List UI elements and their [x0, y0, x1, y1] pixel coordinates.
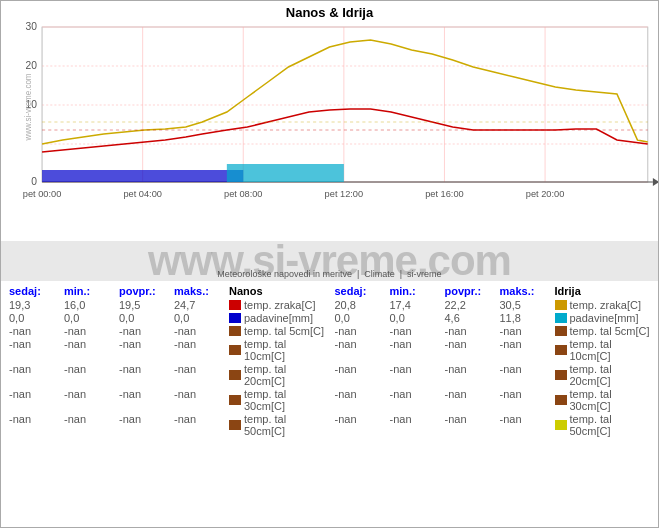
label-col: temp. tal 10cm[C] — [229, 338, 325, 362]
table-row: -nan -nan -nan -nan temp. tal 20cm[C] — [9, 363, 325, 387]
table-row: -nan -nan -nan -nan temp. tal 30cm[C] — [9, 388, 325, 412]
sedaj-val: 20,8 — [335, 299, 390, 311]
sedaj-val: -nan — [335, 363, 390, 387]
label-col: temp. tal 30cm[C] — [555, 388, 651, 412]
color-indicator — [229, 420, 241, 430]
maks-val: 24,7 — [174, 299, 229, 311]
povpr-val: -nan — [119, 325, 174, 337]
row-label: temp. tal 5cm[C] — [570, 325, 650, 337]
chart-title: Nanos & Idrija — [1, 1, 658, 22]
table-row: -nan -nan -nan -nan temp. tal 5cm[C] — [335, 325, 651, 337]
idrija-col-sedaj: sedaj: — [335, 285, 390, 297]
color-indicator — [229, 345, 241, 355]
svg-text:pet 08:00: pet 08:00 — [224, 189, 262, 199]
sedaj-val: -nan — [335, 388, 390, 412]
min-val: -nan — [390, 413, 445, 437]
table-row: -nan -nan -nan -nan temp. tal 30cm[C] — [335, 388, 651, 412]
svg-rect-26 — [227, 164, 344, 182]
col-min: min.: — [64, 285, 119, 297]
color-indicator — [229, 300, 241, 310]
color-indicator — [229, 313, 241, 323]
min-val: -nan — [390, 325, 445, 337]
svg-marker-24 — [653, 178, 658, 186]
min-val: 17,4 — [390, 299, 445, 311]
chart-svg: 30 20 10 0 pet 00:00 pet 04:00 pet 08:00… — [1, 22, 658, 217]
data-section: sedaj: min.: povpr.: maks.: Nanos 19,3 1… — [1, 281, 658, 527]
label-col: padavine[mm] — [229, 312, 325, 324]
svg-rect-25 — [42, 170, 243, 182]
maks-val: 30,5 — [500, 299, 555, 311]
color-indicator — [555, 345, 567, 355]
povpr-val: -nan — [119, 413, 174, 437]
chart-title-nanos: Nanos — [286, 5, 326, 20]
idrija-block: sedaj: min.: povpr.: maks.: Idrija 20,8 … — [335, 285, 651, 523]
col-povpr: povpr.: — [119, 285, 174, 297]
label-col: temp. tal 5cm[C] — [229, 325, 325, 337]
min-val: -nan — [64, 325, 119, 337]
label-col: temp. tal 50cm[C] — [229, 413, 325, 437]
min-val: -nan — [390, 363, 445, 387]
maks-val: -nan — [500, 338, 555, 362]
svg-text:pet 16:00: pet 16:00 — [425, 189, 463, 199]
sedaj-val: -nan — [9, 325, 64, 337]
row-label: temp. tal 20cm[C] — [570, 363, 651, 387]
povpr-val: 22,2 — [445, 299, 500, 311]
row-label: padavine[mm] — [570, 312, 639, 324]
min-val: -nan — [390, 338, 445, 362]
maks-val: -nan — [174, 363, 229, 387]
sedaj-val: 0,0 — [9, 312, 64, 324]
povpr-val: 19,5 — [119, 299, 174, 311]
idrija-col-maks: maks.: — [500, 285, 555, 297]
label-col: temp. tal 20cm[C] — [555, 363, 651, 387]
table-row: 19,3 16,0 19,5 24,7 temp. zraka[C] — [9, 299, 325, 311]
row-label: temp. tal 10cm[C] — [244, 338, 325, 362]
row-label: temp. tal 30cm[C] — [570, 388, 651, 412]
color-indicator — [555, 313, 567, 323]
label-col: padavine[mm] — [555, 312, 651, 324]
row-label: temp. tal 50cm[C] — [244, 413, 325, 437]
sedaj-val: -nan — [9, 363, 64, 387]
maks-val: 11,8 — [500, 312, 555, 324]
povpr-val: -nan — [445, 388, 500, 412]
povpr-val: 0,0 — [119, 312, 174, 324]
row-label: temp. tal 5cm[C] — [244, 325, 324, 337]
label-col: temp. tal 50cm[C] — [555, 413, 651, 437]
maks-val: -nan — [500, 325, 555, 337]
sedaj-val: -nan — [335, 325, 390, 337]
sedaj-val: -nan — [9, 338, 64, 362]
maks-val: -nan — [500, 363, 555, 387]
row-label: temp. tal 20cm[C] — [244, 363, 325, 387]
sedaj-val: -nan — [9, 388, 64, 412]
min-val: 0,0 — [64, 312, 119, 324]
table-row: -nan -nan -nan -nan temp. tal 10cm[C] — [335, 338, 651, 362]
table-row: -nan -nan -nan -nan temp. tal 50cm[C] — [9, 413, 325, 437]
maks-val: -nan — [500, 413, 555, 437]
min-val: 0,0 — [390, 312, 445, 324]
min-val: 16,0 — [64, 299, 119, 311]
idrija-rows: 20,8 17,4 22,2 30,5 temp. zraka[C] 0,0 0… — [335, 299, 651, 437]
nanos-block: sedaj: min.: povpr.: maks.: Nanos 19,3 1… — [9, 285, 325, 523]
label-col: temp. tal 10cm[C] — [555, 338, 651, 362]
label-col: temp. tal 20cm[C] — [229, 363, 325, 387]
table-row: -nan -nan -nan -nan temp. tal 5cm[C] — [9, 325, 325, 337]
svg-text:www.si-vreme.com: www.si-vreme.com — [24, 73, 33, 141]
color-indicator — [555, 420, 567, 430]
row-label: temp. tal 10cm[C] — [570, 338, 651, 362]
povpr-val: -nan — [445, 338, 500, 362]
watermark-area: www.si-vreme.com Meteorološke napovedi i… — [1, 241, 658, 281]
color-indicator — [555, 370, 567, 380]
watermark-sub: Meteorološke napovedi in meritve | Clima… — [1, 269, 658, 279]
color-indicator — [229, 395, 241, 405]
table-row: 0,0 0,0 0,0 0,0 padavine[mm] — [9, 312, 325, 324]
row-label: temp. zraka[C] — [570, 299, 642, 311]
povpr-val: -nan — [445, 363, 500, 387]
povpr-val: 4,6 — [445, 312, 500, 324]
min-val: -nan — [64, 363, 119, 387]
label-col: temp. zraka[C] — [229, 299, 325, 311]
min-val: -nan — [390, 388, 445, 412]
povpr-val: -nan — [119, 338, 174, 362]
maks-val: -nan — [174, 325, 229, 337]
svg-text:pet 04:00: pet 04:00 — [123, 189, 161, 199]
color-indicator — [555, 395, 567, 405]
sedaj-val: 0,0 — [335, 312, 390, 324]
